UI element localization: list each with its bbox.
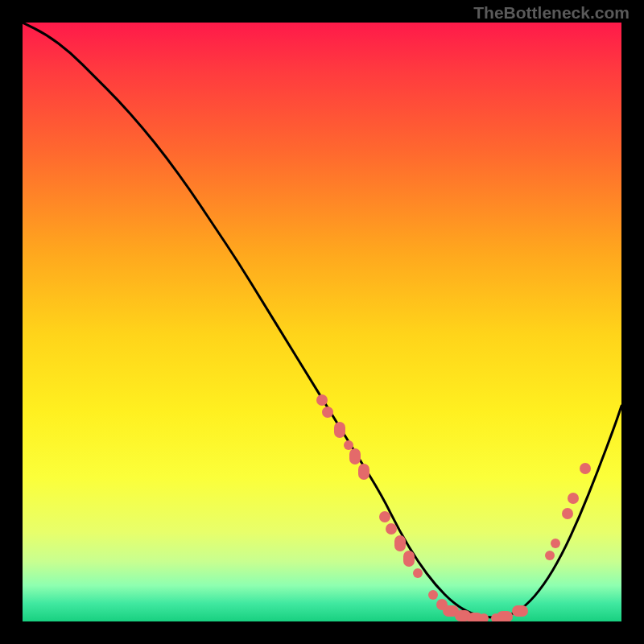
curve-marker (428, 590, 438, 600)
curve-marker (497, 611, 513, 621)
curve-marker (479, 613, 489, 621)
curve-marker (551, 539, 560, 548)
curve-marker (394, 535, 406, 551)
curve-marker (512, 605, 528, 617)
curve-marker (322, 407, 333, 418)
plot-area (23, 23, 621, 621)
watermark-text: TheBottleneck.com (473, 3, 630, 23)
curve-marker (379, 511, 390, 522)
curve-marker (386, 523, 397, 535)
curve-marker (344, 440, 353, 450)
curve-marker (316, 394, 328, 406)
curve-marker (413, 568, 423, 578)
curve-marker (562, 508, 573, 519)
curve-marker (349, 448, 361, 464)
curve-marker (580, 463, 591, 474)
curve-marker (358, 464, 369, 480)
curve-marker (568, 493, 579, 504)
curve-marker (403, 551, 415, 567)
curve-marker (545, 551, 555, 560)
curve-markers (23, 23, 621, 621)
curve-marker (334, 422, 345, 438)
